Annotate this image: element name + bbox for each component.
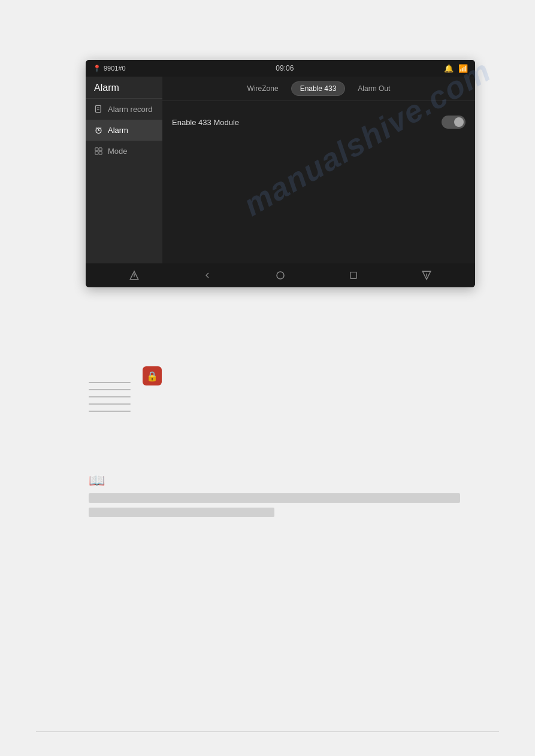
svg-line-6 (96, 127, 97, 128)
doc-lines (89, 382, 131, 412)
vol-down-button[interactable] (129, 270, 140, 281)
svg-rect-11 (99, 151, 102, 154)
sidebar-item-mode[interactable]: Mode (86, 141, 162, 162)
book-section: 📖 (89, 473, 460, 517)
status-bar-right: 🔔 📶 (444, 64, 468, 73)
signal-icon: 📶 (458, 64, 468, 73)
book-icon: 📖 (89, 473, 460, 488)
sidebar-item-mode-label: Mode (108, 147, 128, 156)
status-bar-left: 📍 9901#0 (93, 65, 126, 72)
back-button[interactable] (202, 271, 212, 280)
doc-line-4 (89, 403, 131, 405)
toggle-knob (454, 117, 464, 127)
progress-bar-2 (89, 508, 274, 517)
sidebar-item-alarm[interactable]: Alarm (86, 120, 162, 141)
enable-433-label: Enable 433 Module (172, 118, 239, 127)
lock-icon-wrapper: 🔒 (143, 366, 162, 385)
doc-line-5 (89, 411, 131, 412)
tab-bar: WireZone Enable 433 Alarm Out (162, 77, 475, 101)
pin-icon: 📍 (93, 65, 101, 72)
tab-alarmout[interactable]: Alarm Out (349, 81, 399, 96)
tab-wirezone[interactable]: WireZone (238, 81, 288, 96)
enable-433-toggle[interactable] (442, 116, 466, 129)
svg-rect-9 (99, 148, 102, 151)
main-area: Alarm Alarm record Alar (86, 77, 475, 263)
svg-point-14 (277, 272, 284, 279)
enable-433-row: Enable 433 Module (172, 110, 466, 135)
lock-icon: 🔒 (143, 366, 162, 385)
vol-up-button[interactable] (421, 270, 432, 281)
file-icon (94, 105, 103, 114)
sidebar-item-alarm-label: Alarm (108, 126, 128, 135)
svg-rect-8 (95, 148, 98, 151)
alert-icon: 🔔 (444, 64, 454, 73)
svg-line-7 (101, 127, 102, 128)
doc-line-2 (89, 389, 131, 390)
grid-icon (94, 147, 103, 156)
doc-line-3 (89, 396, 131, 397)
tab-enable433[interactable]: Enable 433 (291, 81, 346, 96)
sidebar-item-alarm-record-label: Alarm record (108, 105, 152, 114)
status-time: 09:06 (276, 64, 294, 72)
doc-line-1 (89, 382, 131, 383)
device-screen: 📍 9901#0 09:06 🔔 📶 Alarm Alarm record (86, 60, 475, 287)
device-id: 9901#0 (104, 65, 126, 72)
sidebar-title: Alarm (86, 77, 162, 99)
home-button[interactable] (275, 270, 286, 281)
sidebar: Alarm Alarm record Alar (86, 77, 162, 263)
svg-rect-10 (95, 151, 98, 154)
bottom-divider (36, 731, 499, 732)
settings-area: Enable 433 Module (162, 101, 475, 143)
nav-bar (86, 263, 475, 287)
alarm-icon (94, 126, 103, 135)
status-bar: 📍 9901#0 09:06 🔔 📶 (86, 60, 475, 77)
svg-rect-15 (350, 272, 356, 279)
content-panel: WireZone Enable 433 Alarm Out Enable 433… (162, 77, 475, 263)
svg-rect-0 (96, 105, 101, 112)
recents-button[interactable] (349, 271, 358, 280)
progress-bar-1 (89, 493, 460, 503)
sidebar-item-alarm-record[interactable]: Alarm record (86, 99, 162, 120)
